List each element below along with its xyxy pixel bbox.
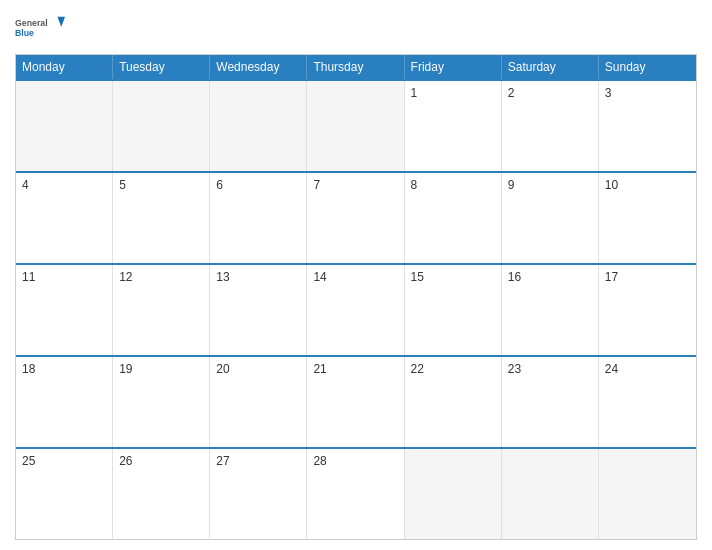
day-cell: 20 bbox=[210, 357, 307, 447]
day-header: Tuesday bbox=[113, 55, 210, 79]
day-number: 9 bbox=[508, 178, 515, 192]
day-cell: 12 bbox=[113, 265, 210, 355]
day-number: 13 bbox=[216, 270, 229, 284]
day-cell: 17 bbox=[599, 265, 696, 355]
day-cell: 24 bbox=[599, 357, 696, 447]
svg-text:Blue: Blue bbox=[15, 28, 34, 38]
day-header: Friday bbox=[405, 55, 502, 79]
day-cell: 8 bbox=[405, 173, 502, 263]
day-number: 7 bbox=[313, 178, 320, 192]
day-number: 18 bbox=[22, 362, 35, 376]
day-cell: 9 bbox=[502, 173, 599, 263]
day-cell: 23 bbox=[502, 357, 599, 447]
day-number: 8 bbox=[411, 178, 418, 192]
svg-text:General: General bbox=[15, 18, 48, 28]
day-number: 21 bbox=[313, 362, 326, 376]
day-cell: 27 bbox=[210, 449, 307, 539]
day-cell: 26 bbox=[113, 449, 210, 539]
day-number: 15 bbox=[411, 270, 424, 284]
day-cell: 18 bbox=[16, 357, 113, 447]
calendar-grid: MondayTuesdayWednesdayThursdayFridaySatu… bbox=[15, 54, 697, 540]
day-number: 26 bbox=[119, 454, 132, 468]
day-cell: 3 bbox=[599, 81, 696, 171]
day-number: 1 bbox=[411, 86, 418, 100]
day-cell bbox=[210, 81, 307, 171]
day-number: 10 bbox=[605, 178, 618, 192]
day-number: 17 bbox=[605, 270, 618, 284]
day-cell: 14 bbox=[307, 265, 404, 355]
calendar-header: General Blue bbox=[15, 10, 697, 46]
week-row: 45678910 bbox=[16, 171, 696, 263]
day-number: 12 bbox=[119, 270, 132, 284]
day-number: 28 bbox=[313, 454, 326, 468]
day-number: 2 bbox=[508, 86, 515, 100]
day-cell bbox=[599, 449, 696, 539]
day-number: 23 bbox=[508, 362, 521, 376]
day-cell: 6 bbox=[210, 173, 307, 263]
day-cell: 11 bbox=[16, 265, 113, 355]
week-row: 11121314151617 bbox=[16, 263, 696, 355]
day-cell: 19 bbox=[113, 357, 210, 447]
day-cell bbox=[16, 81, 113, 171]
day-header: Saturday bbox=[502, 55, 599, 79]
day-number: 6 bbox=[216, 178, 223, 192]
day-number: 3 bbox=[605, 86, 612, 100]
day-number: 16 bbox=[508, 270, 521, 284]
day-header: Wednesday bbox=[210, 55, 307, 79]
day-cell bbox=[502, 449, 599, 539]
day-cell: 16 bbox=[502, 265, 599, 355]
svg-marker-2 bbox=[58, 17, 66, 27]
day-number: 20 bbox=[216, 362, 229, 376]
day-cell: 1 bbox=[405, 81, 502, 171]
day-header: Sunday bbox=[599, 55, 696, 79]
weeks: 1234567891011121314151617181920212223242… bbox=[16, 79, 696, 539]
day-number: 25 bbox=[22, 454, 35, 468]
logo: General Blue bbox=[15, 10, 65, 46]
day-number: 27 bbox=[216, 454, 229, 468]
week-row: 123 bbox=[16, 79, 696, 171]
day-cell: 28 bbox=[307, 449, 404, 539]
day-cell bbox=[113, 81, 210, 171]
day-cell: 15 bbox=[405, 265, 502, 355]
week-row: 25262728 bbox=[16, 447, 696, 539]
calendar-container: General Blue MondayTuesdayWednesdayThurs… bbox=[0, 0, 712, 550]
day-cell: 5 bbox=[113, 173, 210, 263]
week-row: 18192021222324 bbox=[16, 355, 696, 447]
day-cell: 2 bbox=[502, 81, 599, 171]
day-number: 19 bbox=[119, 362, 132, 376]
day-number: 24 bbox=[605, 362, 618, 376]
day-cell: 4 bbox=[16, 173, 113, 263]
day-cell: 13 bbox=[210, 265, 307, 355]
day-header: Thursday bbox=[307, 55, 404, 79]
day-cell: 25 bbox=[16, 449, 113, 539]
day-cell: 7 bbox=[307, 173, 404, 263]
day-cell bbox=[405, 449, 502, 539]
day-number: 11 bbox=[22, 270, 35, 284]
day-number: 22 bbox=[411, 362, 424, 376]
day-cell bbox=[307, 81, 404, 171]
day-cell: 21 bbox=[307, 357, 404, 447]
day-header: Monday bbox=[16, 55, 113, 79]
day-number: 5 bbox=[119, 178, 126, 192]
day-number: 4 bbox=[22, 178, 29, 192]
day-cell: 10 bbox=[599, 173, 696, 263]
day-headers: MondayTuesdayWednesdayThursdayFridaySatu… bbox=[16, 55, 696, 79]
day-number: 14 bbox=[313, 270, 326, 284]
day-cell: 22 bbox=[405, 357, 502, 447]
